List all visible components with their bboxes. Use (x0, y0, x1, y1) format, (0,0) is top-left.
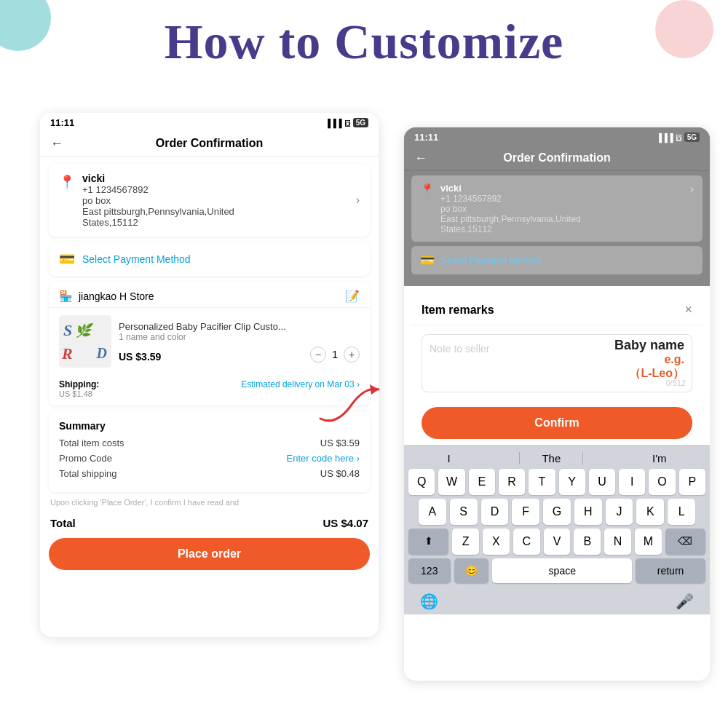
note-placeholder: Note to seller (430, 343, 489, 355)
keyboard-row-1: Q W E R T Y U I O P (405, 469, 708, 495)
right-address-line3: States,15112 (440, 224, 581, 234)
key-u[interactable]: U (589, 469, 615, 495)
modal-close-button[interactable]: × (684, 302, 692, 317)
delete-key[interactable]: ⌫ (665, 529, 705, 555)
key-c[interactable]: C (513, 529, 540, 555)
space-key[interactable]: space (492, 558, 632, 583)
store-header: 🏪 jiangkao H Store 📝 (49, 282, 370, 308)
key-t[interactable]: T (529, 469, 555, 495)
globe-icon[interactable]: 🌐 (420, 593, 438, 610)
baby-name-hint: Baby name e.g. （L-Leo） (614, 338, 684, 381)
key-v[interactable]: V (544, 529, 571, 555)
right-wifi-icon: ⌼ (676, 133, 681, 142)
right-address-chevron-icon[interactable]: › (690, 183, 694, 196)
keyboard-row-2: A S D F G H J K L (405, 499, 708, 525)
left-nav-bar: ← Order Confirmation (40, 131, 379, 157)
battery-icon: 5G (353, 118, 368, 127)
key-i[interactable]: I (619, 469, 645, 495)
item-cost-value: US $3.59 (320, 438, 360, 448)
payment-icon: 💳 (59, 251, 75, 267)
product-image: S 🌿 R D (59, 315, 111, 368)
key-r[interactable]: R (499, 469, 525, 495)
return-key[interactable]: return (636, 558, 705, 583)
key-w[interactable]: W (438, 469, 464, 495)
key-p[interactable]: P (679, 469, 705, 495)
suggestion-im[interactable]: I'm (652, 452, 667, 464)
keyboard-row-3: ⬆ Z X C V B N M ⌫ (405, 529, 708, 555)
note-area[interactable]: Note to seller 0/512 Baby name e.g. （L-L… (422, 334, 692, 392)
key-h[interactable]: H (574, 499, 602, 525)
store-name-row: 🏪 jiangkao H Store (59, 290, 154, 303)
right-address-line2: East pittsburgh,Pennsylvania,United (440, 214, 581, 224)
product-variant: 1 name and color (119, 332, 360, 342)
left-back-button[interactable]: ← (50, 136, 63, 151)
right-status-bar: 11:11 ▐▐▐ ⌼ 5G (404, 127, 710, 146)
modal-header: Item remarks × (410, 292, 704, 325)
address-chevron-icon[interactable]: › (356, 194, 360, 207)
product-row: S 🌿 R D Personalized Baby Pacifier Clip … (49, 308, 370, 375)
summary-promo-row[interactable]: Promo Code Enter code here › (59, 453, 360, 464)
right-address-phone: +1 1234567892 (440, 194, 581, 204)
left-payment-row[interactable]: 💳 Select Payment Method (49, 242, 370, 276)
key-q[interactable]: Q (408, 469, 435, 495)
key-s[interactable]: S (450, 499, 478, 525)
page-title: How to Customize (0, 13, 728, 71)
key-b[interactable]: B (574, 529, 601, 555)
store-icon: 🏪 (59, 290, 73, 303)
emoji-key[interactable]: 😊 (454, 558, 489, 583)
suggestion-i[interactable]: I (447, 452, 450, 464)
qty-increase-button[interactable]: + (344, 347, 360, 363)
key-j[interactable]: J (606, 499, 633, 525)
svg-marker-0 (370, 384, 379, 395)
suggestion-the[interactable]: The (519, 452, 583, 464)
right-back-button[interactable]: ← (414, 151, 427, 166)
key-z[interactable]: Z (452, 529, 479, 555)
baby-name-eg: e.g. (614, 353, 684, 366)
shift-key[interactable]: ⬆ (408, 529, 448, 555)
shipping-cost: US $1.48 (59, 389, 99, 398)
key-f[interactable]: F (512, 499, 539, 525)
keyboard: I The I'm Q W E R T Y U I O P A S D F G … (404, 445, 710, 614)
key-n[interactable]: N (604, 529, 631, 555)
summary-item-cost-row: Total item costs US $3.59 (59, 438, 360, 448)
total-label: Total (50, 517, 76, 529)
key-a[interactable]: A (419, 499, 446, 525)
mic-icon[interactable]: 🎤 (676, 593, 694, 610)
keyboard-row-4: 123 😊 space return (405, 558, 708, 583)
note-icon[interactable]: 📝 (345, 289, 360, 303)
right-status-icons: ▐▐▐ ⌼ 5G (656, 132, 700, 142)
item-remarks-modal: Item remarks × Note to seller 0/512 Baby… (410, 292, 704, 445)
key-k[interactable]: K (636, 499, 664, 525)
right-location-icon: 📍 (420, 183, 435, 197)
location-icon: 📍 (59, 174, 75, 190)
key-l[interactable]: L (668, 499, 695, 525)
product-price: US $3.59 (119, 351, 161, 363)
qty-decrease-button[interactable]: − (310, 347, 326, 363)
left-nav-title: Order Confirmation (156, 137, 264, 150)
key-o[interactable]: O (649, 469, 675, 495)
key-g[interactable]: G (543, 499, 571, 525)
right-payment-row[interactable]: 💳 Select Payment Method (411, 246, 703, 274)
arrow-annotation (306, 379, 415, 422)
confirm-button[interactable]: Confirm (422, 407, 692, 439)
baby-name-example: （L-Leo） (614, 366, 684, 381)
right-time: 11:11 (414, 132, 438, 143)
key-m[interactable]: M (635, 529, 662, 555)
disclaimer-text: Upon clicking 'Place Order', I confirm I… (40, 498, 379, 511)
key-d[interactable]: D (481, 499, 509, 525)
right-address-name: vicki (440, 183, 581, 194)
key-e[interactable]: E (469, 469, 495, 495)
left-address-name: vicki (82, 173, 349, 184)
place-order-button[interactable]: Place order (49, 538, 370, 570)
key-x[interactable]: X (483, 529, 510, 555)
numbers-key[interactable]: 123 (408, 558, 451, 583)
qty-value: 1 (332, 349, 338, 360)
left-address-line1: po box (82, 195, 349, 206)
shipping-left: Shipping: US $1.48 (59, 379, 99, 398)
right-address-content: vicki +1 1234567892 po box East pittsbur… (440, 183, 581, 234)
modal-title: Item remarks (422, 304, 494, 317)
promo-link[interactable]: Enter code here › (287, 453, 360, 464)
product-name: Personalized Baby Pacifier Clip Custo... (119, 321, 360, 332)
right-payment-icon: 💳 (420, 253, 435, 267)
key-y[interactable]: Y (559, 469, 585, 495)
